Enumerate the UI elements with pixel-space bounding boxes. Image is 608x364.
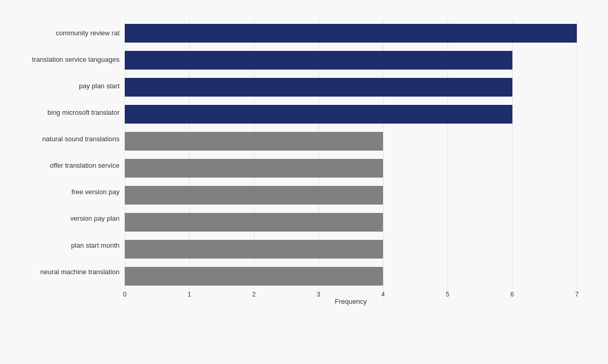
- x-tick: 7: [575, 291, 579, 298]
- x-tick: 3: [317, 291, 321, 298]
- y-label: pay plan start: [79, 73, 120, 99]
- x-tick: 1: [188, 291, 191, 298]
- y-label: free version pay: [72, 179, 120, 206]
- bar: [125, 78, 512, 97]
- bar-row: [125, 74, 577, 101]
- bar: [125, 213, 383, 232]
- bar: [125, 240, 383, 259]
- x-tick: 5: [446, 291, 450, 298]
- bars-container: [125, 20, 577, 305]
- chart-container: community review rattranslation service …: [0, 0, 608, 364]
- x-tick: 4: [381, 291, 385, 298]
- bar-row: [125, 20, 577, 47]
- bar-row: [125, 155, 577, 182]
- bar-row: [125, 128, 577, 155]
- chart-area: community review rattranslation service …: [10, 20, 577, 301]
- bar-row: [125, 263, 577, 290]
- bar-row: [125, 182, 577, 209]
- bar: [125, 132, 383, 151]
- bar: [125, 51, 512, 70]
- x-tick: 2: [252, 291, 256, 298]
- bar: [125, 24, 577, 43]
- bar: [125, 186, 383, 205]
- y-label: natural sound translations: [42, 126, 120, 152]
- y-label: neural machine translation: [41, 259, 120, 285]
- grid-line: [577, 20, 577, 290]
- bar-row: [125, 209, 577, 236]
- x-axis-label: Frequency: [335, 298, 366, 305]
- y-axis: community review rattranslation service …: [10, 20, 125, 301]
- bar: [125, 159, 383, 178]
- x-tick: 0: [123, 291, 127, 298]
- bar: [125, 267, 383, 286]
- bar-row: [125, 236, 577, 263]
- y-label: plan start month: [71, 232, 120, 259]
- y-label: version pay plan: [70, 206, 120, 232]
- y-label: bing microsoft translator: [47, 99, 120, 126]
- y-label: translation service languages: [32, 46, 120, 73]
- bar-row: [125, 47, 577, 74]
- plot-area: 01234567Frequency: [125, 20, 577, 301]
- y-label: community review rat: [56, 20, 120, 46]
- y-label: offer translation service: [50, 152, 120, 179]
- x-tick: 6: [510, 291, 514, 298]
- bar: [125, 105, 512, 124]
- bar-row: [125, 101, 577, 128]
